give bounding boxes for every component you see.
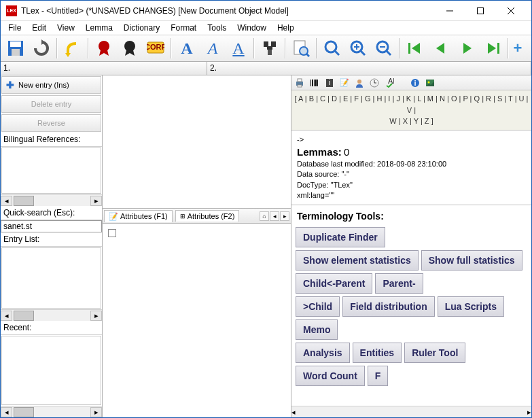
menu-edit[interactable]: Edit: [27, 22, 51, 34]
clock-icon[interactable]: [369, 77, 380, 88]
seal-red-button[interactable]: [92, 36, 116, 60]
corp-button[interactable]: CORP: [143, 36, 168, 60]
header-col-2[interactable]: 2.: [207, 62, 531, 75]
note-icon[interactable]: i: [324, 77, 335, 88]
minimize-button[interactable]: [434, 1, 465, 20]
add-button[interactable]: +: [512, 36, 524, 60]
edit-icon: 📝: [109, 212, 118, 221]
spellcheck-icon[interactable]: ABC: [384, 77, 395, 88]
barcode-icon[interactable]: [309, 77, 320, 88]
terminology-tools: Terminology Tools: Duplicate FinderShow …: [291, 205, 531, 391]
app-icon: LEX: [6, 5, 17, 16]
menu-window[interactable]: Window: [232, 22, 271, 34]
bilingual-references-pane[interactable]: [1, 147, 101, 194]
tab-nav-prev[interactable]: ◂: [270, 211, 279, 221]
zoom-out-button[interactable]: [372, 36, 396, 60]
menu-dictionary[interactable]: Dictionary: [119, 22, 164, 34]
tool-button--child[interactable]: >Child: [296, 296, 340, 317]
reverse-button[interactable]: Reverse: [1, 114, 101, 132]
attribute-checkbox[interactable]: [108, 229, 116, 237]
tool-button-memo[interactable]: Memo: [296, 319, 338, 340]
menu-file[interactable]: File: [3, 22, 26, 34]
tab-attributes-f2[interactable]: ⊞Attributes (F2): [175, 210, 240, 222]
tool-button-f[interactable]: F: [368, 366, 389, 386]
attributes-body[interactable]: [103, 224, 291, 417]
svg-rect-41: [315, 80, 317, 86]
svg-line-25: [361, 51, 365, 55]
tool-button-lua-scripts[interactable]: Lua Scripts: [438, 296, 504, 317]
lemmas-label: Lemmas:: [297, 146, 342, 158]
quick-search-input[interactable]: [1, 220, 102, 232]
tool-button-parent-[interactable]: Parent-: [375, 273, 423, 294]
header-col-1[interactable]: 1.: [1, 62, 207, 75]
refresh-button[interactable]: [29, 36, 54, 60]
svg-line-19: [306, 54, 309, 56]
svg-line-28: [387, 51, 391, 55]
editor-area[interactable]: [103, 75, 291, 209]
tool-button-ruler-tool[interactable]: Ruler Tool: [404, 343, 465, 363]
recent-scrollbar[interactable]: ◂▸: [1, 406, 102, 417]
tool-button-duplicate-finder[interactable]: Duplicate Finder: [296, 227, 385, 247]
svg-marker-31: [436, 43, 444, 54]
svg-rect-13: [264, 41, 268, 47]
delete-entry-button[interactable]: Delete entry: [1, 95, 101, 113]
tab-nav-next[interactable]: ▸: [280, 211, 289, 221]
menu-help[interactable]: Help: [272, 22, 299, 34]
tab-attributes-f1[interactable]: 📝Attributes (F1): [104, 210, 173, 222]
find-button[interactable]: [258, 36, 282, 60]
print-icon[interactable]: [294, 77, 305, 88]
alphabet-index[interactable]: [ A | B | C | D | E | F | G | H | I | J …: [291, 90, 531, 130]
entry-list-pane[interactable]: [1, 247, 101, 309]
entry-list-scrollbar[interactable]: ◂▸: [1, 309, 102, 321]
svg-rect-5: [10, 41, 21, 47]
undo-button[interactable]: [60, 36, 85, 60]
nav-first-button[interactable]: [403, 36, 427, 60]
tool-button-child-parent[interactable]: Child<-Parent: [296, 273, 372, 294]
close-button[interactable]: [495, 1, 526, 20]
preview-button[interactable]: [289, 36, 313, 60]
recent-pane[interactable]: [1, 336, 101, 405]
new-entry-button[interactable]: ✚New entry (Ins): [1, 76, 101, 94]
nav-next-button[interactable]: [455, 36, 479, 60]
menu-tools[interactable]: Tools: [202, 22, 231, 34]
svg-point-9: [99, 41, 109, 52]
font-bold-button[interactable]: A: [175, 36, 199, 60]
right-scrollbar[interactable]: ◂▸: [291, 406, 531, 417]
tool-button-word-count[interactable]: Word Count: [296, 366, 365, 386]
alpha-row-2: W | X | Y | Z ]: [294, 116, 529, 127]
edit-icon[interactable]: 📝: [339, 77, 350, 88]
svg-rect-37: [298, 85, 302, 87]
biling-scrollbar[interactable]: ◂▸: [1, 194, 102, 206]
tool-button-entities[interactable]: Entities: [353, 343, 402, 363]
user-icon[interactable]: [354, 77, 365, 88]
info-panel: -> Lemmas: 0 Database last modified: 201…: [291, 130, 531, 206]
menu-lemma[interactable]: Lemma: [81, 22, 118, 34]
svg-rect-1: [477, 7, 483, 14]
info-icon[interactable]: i: [410, 77, 421, 88]
tool-button-field-distribution[interactable]: Field distribution: [342, 296, 435, 317]
save-button[interactable]: [3, 36, 28, 60]
main-toolbar: CORP A A A +: [1, 35, 531, 62]
menu-view[interactable]: View: [52, 22, 79, 34]
nav-last-button[interactable]: [480, 36, 505, 60]
tab-home-icon[interactable]: ⌂: [260, 211, 269, 221]
zoom-reset-button[interactable]: [320, 36, 344, 60]
maximize-button[interactable]: [465, 1, 495, 20]
doctype: DocType: "TLex": [297, 180, 526, 190]
tree-icon: ⊞: [180, 213, 185, 220]
svg-rect-29: [408, 43, 410, 54]
picture-icon[interactable]: [425, 77, 436, 88]
tool-button-show-element-statistics[interactable]: Show element statistics: [296, 250, 419, 271]
menubar: File Edit View Lemma Dictionary Format T…: [1, 21, 531, 35]
quick-search-label: Quick-search (Esc):: [1, 206, 102, 220]
nav-prev-button[interactable]: [429, 36, 453, 60]
menu-format[interactable]: Format: [166, 22, 201, 34]
tool-button-show-full-statistics[interactable]: Show full statistics: [421, 250, 522, 271]
svg-marker-32: [463, 43, 472, 54]
font-italic-button[interactable]: A: [200, 36, 225, 60]
titlebar: LEX TLex - <Untitled> (*UNSAVED CHANGES)…: [1, 1, 531, 21]
zoom-in-button[interactable]: [346, 36, 370, 60]
font-underline-button[interactable]: A: [226, 36, 251, 60]
tool-button-analysis[interactable]: Analysis: [296, 343, 350, 363]
seal-black-button[interactable]: [118, 36, 142, 60]
